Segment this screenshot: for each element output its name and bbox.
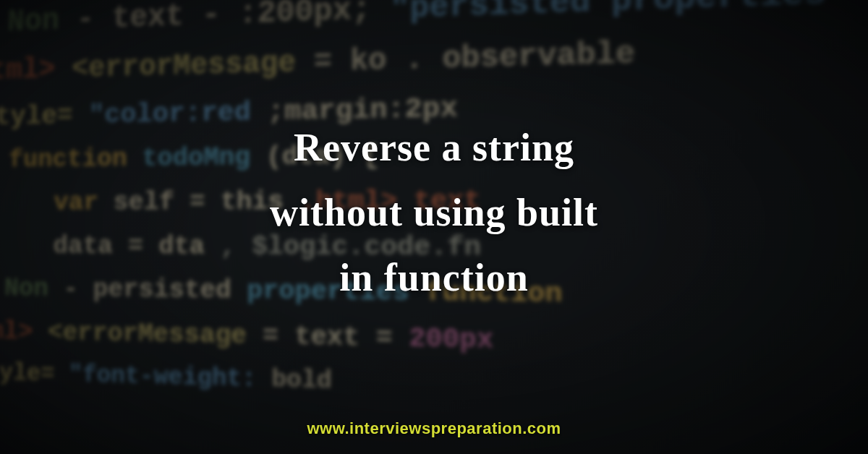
title-container: Reverse a string without using built in … <box>0 0 868 454</box>
title-line-2: without using built <box>270 190 598 235</box>
title-line-1: Reverse a string <box>294 125 574 170</box>
title-line-3: in function <box>339 255 529 300</box>
watermark-url: www.interviewspreparation.com <box>0 419 868 438</box>
